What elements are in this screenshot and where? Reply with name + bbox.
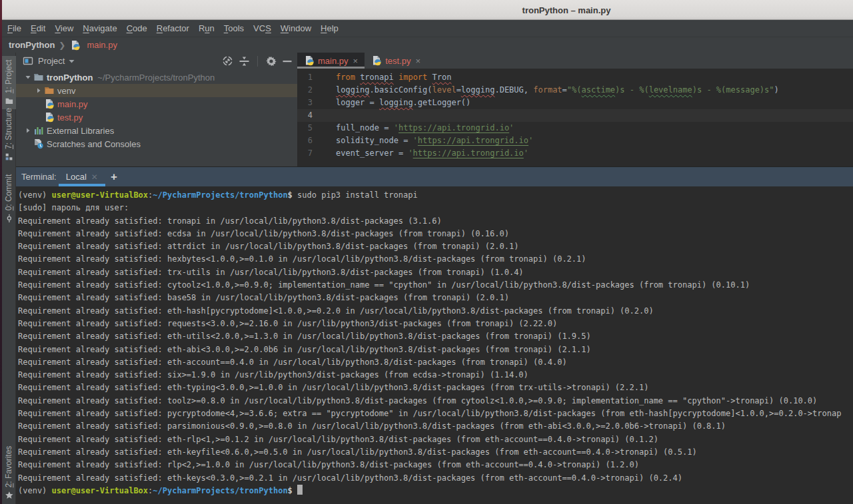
menu-bar: FileEditViewNavigateCodeRefactorRunTools…	[0, 20, 853, 37]
collapse-all-icon[interactable]	[239, 56, 249, 67]
line-number[interactable]: 7	[297, 147, 313, 160]
window-titlebar[interactable]: tronPython – main.py	[0, 0, 853, 20]
stripe-commit-icon	[5, 214, 13, 222]
tree-item-external-libraries[interactable]: External Libraries	[16, 124, 297, 137]
menu-window[interactable]: Window	[276, 20, 316, 37]
code-line-2: 2logging.basicConfig(level=logging.DEBUG…	[297, 84, 853, 97]
tool-window-stripe: 1: Project7: Structure0: Commit2: Favori…	[0, 53, 16, 504]
tree-item-label: venv	[57, 86, 75, 96]
breadcrumb-file[interactable]: main.py	[87, 40, 117, 50]
stripe-button-label: 0: Commit	[4, 174, 13, 211]
python-icon	[44, 112, 55, 123]
close-icon[interactable]: ×	[353, 56, 359, 66]
line-number[interactable]: 4	[297, 109, 313, 122]
project-view-icon	[23, 56, 33, 67]
terminal-line-6: Requirement already satisfied: hexbytes<…	[18, 253, 853, 266]
stripe-button-favorites[interactable]: 2: Favorites	[1, 444, 16, 501]
editor-tab-test-py[interactable]: test.py×	[365, 53, 427, 69]
breadcrumb-project[interactable]: tronPython	[9, 40, 55, 50]
chevron-down-icon[interactable]	[69, 59, 75, 63]
terminal-line-8: Requirement already satisfied: cytoolz<1…	[18, 279, 853, 292]
project-header-title[interactable]: Project	[38, 56, 65, 66]
terminal-line-4: Requirement already satisfied: ecdsa in …	[18, 228, 853, 240]
python-file-icon	[304, 55, 315, 66]
tree-item-label: tronPython	[47, 73, 93, 83]
tree-item-label: External Libraries	[47, 126, 114, 136]
scratches-icon	[33, 138, 44, 149]
chevron-right-icon[interactable]	[23, 127, 33, 134]
menu-tools[interactable]: Tools	[219, 20, 249, 37]
stripe-star-icon	[5, 491, 13, 499]
tab-label: main.py	[318, 56, 349, 66]
tree-item-tronpython[interactable]: tronPython~/PycharmProjects/tronPython	[16, 71, 297, 84]
menu-navigate[interactable]: Navigate	[78, 20, 121, 37]
menu-edit[interactable]: Edit	[26, 20, 50, 37]
terminal-line-15: Requirement already satisfied: six>=1.9.…	[18, 369, 853, 381]
gear-icon[interactable]	[266, 56, 277, 67]
terminal-tab-local[interactable]: Local ✕	[59, 167, 105, 186]
tree-item-path: ~/PycharmProjects/tronPython	[97, 73, 215, 83]
tree-item-main-py[interactable]: main.py	[16, 97, 297, 111]
terminal-line-11: Requirement already satisfied: requests<…	[18, 318, 853, 330]
editor-area: main.py×test.py× 1from tronapi import Tr…	[297, 53, 853, 166]
stripe-structure-icon	[5, 152, 13, 161]
terminal-line-21: Requirement already satisfied: eth-keyfi…	[18, 446, 853, 459]
terminal-line-17: Requirement already satisfied: toolz>=0.…	[18, 395, 853, 407]
line-number[interactable]: 1	[297, 71, 313, 84]
folder-gray-icon	[33, 72, 44, 83]
terminal-line-9: Requirement already satisfied: base58 in…	[18, 292, 853, 304]
stripe-button-label: 7: Structure	[4, 108, 13, 149]
terminal-line-7: Requirement already satisfied: trx-utils…	[18, 266, 853, 279]
terminal-line-18: Requirement already satisfied: pycryptod…	[18, 407, 853, 420]
terminal-header: Terminal: Local ✕ +	[16, 167, 853, 186]
stripe-button-label: 2: Favorites	[4, 446, 13, 488]
code-line-6: 6solidity_node = 'https://api.trongrid.i…	[297, 134, 853, 147]
terminal-line-16: Requirement already satisfied: eth-typin…	[18, 381, 853, 394]
menu-view[interactable]: View	[50, 20, 78, 37]
stripe-button-structure[interactable]: 7: Structure	[1, 106, 16, 163]
pycharm-window: tronPython – main.py FileEditViewNavigat…	[0, 0, 853, 504]
breadcrumb-bar: tronPython ❯ main.py	[0, 37, 853, 53]
hide-panel-icon[interactable]	[283, 56, 292, 67]
menu-help[interactable]: Help	[316, 20, 343, 37]
terminal-line-19: Requirement already satisfied: parsimoni…	[18, 420, 853, 433]
tab-label: test.py	[385, 56, 411, 66]
close-icon[interactable]: ✕	[91, 172, 98, 182]
editor-tab-main-py[interactable]: main.py×	[297, 53, 365, 69]
line-number[interactable]: 3	[297, 97, 313, 109]
menu-refactor[interactable]: Refactor	[152, 20, 194, 37]
stripe-button-label: 1: Project	[4, 60, 13, 94]
terminal-label: Terminal:	[21, 167, 57, 186]
terminal-line-13: Requirement already satisfied: eth-abi<3…	[18, 344, 853, 356]
toolbar-separator	[257, 56, 258, 67]
terminal-line-5: Requirement already satisfied: attrdict …	[18, 240, 853, 253]
tree-item-test-py[interactable]: test.py	[16, 111, 297, 124]
terminal-line-23: Requirement already satisfied: eth-keys<…	[18, 472, 853, 485]
python-file-icon	[70, 40, 81, 51]
line-number[interactable]: 5	[297, 122, 313, 134]
stripe-button-commit[interactable]: 0: Commit	[1, 172, 16, 224]
menu-vcs[interactable]: VCS	[249, 20, 276, 37]
menu-run[interactable]: Run	[194, 20, 219, 37]
chevron-down-icon[interactable]	[23, 74, 33, 81]
new-session-icon[interactable]: +	[111, 167, 117, 186]
project-tool-window: Project tronPython~/PycharmProjects/tron…	[16, 53, 297, 166]
menu-code[interactable]: Code	[122, 20, 152, 37]
tree-item-label: test.py	[57, 113, 83, 123]
close-icon[interactable]: ×	[415, 56, 421, 66]
code-line-4: 4	[297, 109, 853, 122]
stripe-button-project[interactable]: 1: Project	[1, 56, 16, 109]
line-number[interactable]: 6	[297, 134, 313, 147]
menu-file[interactable]: File	[3, 20, 26, 37]
tree-item-label: main.py	[57, 99, 88, 109]
line-number[interactable]: 2	[297, 84, 313, 97]
locate-file-icon[interactable]	[222, 55, 233, 67]
tree-item-venv[interactable]: venv	[16, 84, 297, 97]
code-line-5: 5full_node = 'https://api.trongrid.io'	[297, 122, 853, 134]
chevron-right-icon[interactable]	[33, 87, 44, 94]
desktop-background-edge	[0, 0, 2, 504]
tree-item-scratches-and-consoles[interactable]: Scratches and Consoles	[16, 137, 297, 150]
code-editor[interactable]: 1from tronapi import Tron2logging.basicC…	[297, 69, 853, 166]
terminal-line-20: Requirement already satisfied: eth-rlp<1…	[18, 433, 853, 446]
terminal-output[interactable]: (venv) user@user-VirtualBox:~/PycharmPro…	[16, 186, 853, 504]
